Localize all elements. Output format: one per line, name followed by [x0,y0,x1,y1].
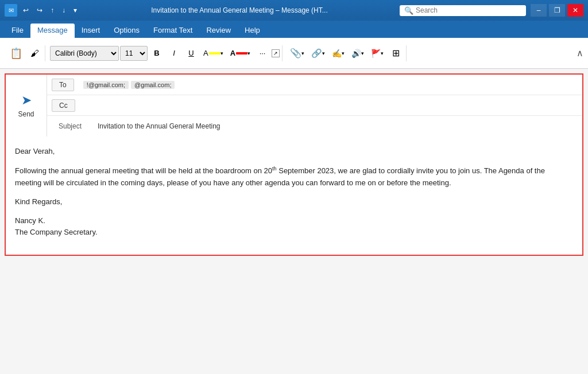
title-bar-left: ✉ ↩ ↪ ↑ ↓ ▾ [5,4,79,17]
menu-review[interactable]: Review [199,24,238,38]
underline-button[interactable]: U [183,45,199,61]
ribbon: 📋 🖌 Calibri (Body) 11 B I U A ▾ A [0,38,588,69]
send-label: Send [18,110,34,118]
font-expand-button[interactable]: ↗ [272,49,280,57]
font-color-button[interactable]: A ▾ [227,45,253,61]
to-row: To !@gmail.com; @gmail.com; [47,75,582,95]
closing-line-1: Kind Regards, [15,196,573,208]
minimize-button[interactable]: – [531,4,547,17]
follow-up-button[interactable]: 🚩▾ [368,45,386,61]
menu-message[interactable]: Message [30,24,75,38]
greeting: Dear Verah, [15,146,573,158]
body-paragraph: Following the annual general meeting tha… [15,165,573,189]
bold-button[interactable]: B [149,45,165,61]
menu-file[interactable]: File [5,24,30,38]
format-painter-button[interactable]: 🖌 [26,45,42,61]
down-button[interactable]: ↓ [60,5,68,15]
recipient-2: @gmail.com; [131,81,175,89]
email-body[interactable]: Dear Verah, Following the annual general… [6,137,582,255]
to-recipients[interactable]: !@gmail.com; @gmail.com; [79,79,582,91]
email-header: ➤ Send To !@gmail.com; @gmail.com; Cc [6,75,582,137]
view-button[interactable]: ⊞ [388,45,404,61]
paragraph-pre: Following the annual general meeting tha… [15,166,272,175]
up-button[interactable]: ↑ [48,5,56,15]
send-icon: ➤ [21,93,32,108]
highlight-button[interactable]: A ▾ [200,45,226,61]
window-title: Invitation to the Annual General Meeting… [84,6,395,14]
close-button[interactable]: ✕ [567,4,583,17]
send-button[interactable]: ➤ Send [6,75,47,137]
cc-recipients[interactable] [80,103,582,108]
search-icon: 🔍 [404,6,413,15]
subject-row: Subject Invitation to the Annual General… [47,116,582,137]
speech-button[interactable]: 🔊▾ [349,45,367,61]
search-input[interactable] [416,6,519,14]
undo-button[interactable]: ↩ [21,5,31,15]
italic-button[interactable]: I [166,45,182,61]
more-formatting-button[interactable]: ··· [254,45,270,61]
cc-row: Cc [47,95,582,116]
title-bar: ✉ ↩ ↪ ↑ ↓ ▾ Invitation to the Annual Gen… [0,0,588,21]
subject-label: Subject [47,120,93,133]
menu-bar: File Message Insert Options Format Text … [0,21,588,38]
superscript: th [272,166,277,172]
redo-button[interactable]: ↪ [34,5,45,15]
window-controls: – ❐ ✕ [531,4,583,17]
ribbon-collapse-button[interactable]: ∧ [577,48,583,59]
email-compose: ➤ Send To !@gmail.com; @gmail.com; Cc [5,73,583,256]
closing-line-2: Nancy K. The Company Secretary. [15,215,573,239]
ribbon-clipboard: 📋 🖌 [5,45,45,61]
ribbon-actions: 📎▾ 🔗▾ ✍▾ 🔊▾ 🚩▾ ⊞ [285,45,407,61]
app-window: ✉ ↩ ↪ ↑ ↓ ▾ Invitation to the Annual Gen… [0,0,588,374]
menu-insert[interactable]: Insert [75,24,107,38]
cc-button[interactable]: Cc [52,99,75,112]
menu-format-text[interactable]: Format Text [146,24,199,38]
menu-help[interactable]: Help [238,24,267,38]
content-area: ➤ Send To !@gmail.com; @gmail.com; Cc [0,69,588,374]
customize-button[interactable]: ▾ [71,5,79,15]
restore-button[interactable]: ❐ [549,4,565,17]
attach-button[interactable]: 📎▾ [287,45,307,61]
font-family-select[interactable]: Calibri (Body) [50,46,119,61]
subject-field[interactable]: Invitation to the Annual General Meeting [93,120,582,133]
search-box[interactable]: 🔍 [400,5,526,16]
to-button[interactable]: To [52,79,74,91]
ribbon-font: Calibri (Body) 11 B I U A ▾ A ▾ [48,45,283,61]
signature-button[interactable]: ✍▾ [329,45,347,61]
link-button[interactable]: 🔗▾ [308,45,328,61]
font-size-select[interactable]: 11 [120,46,148,61]
recipient-1: !@gmail.com; [83,81,129,89]
email-fields: To !@gmail.com; @gmail.com; Cc Subject I… [47,75,582,137]
paste-button[interactable]: 📋 [7,45,25,61]
app-icon: ✉ [5,4,17,17]
menu-options[interactable]: Options [107,24,146,38]
